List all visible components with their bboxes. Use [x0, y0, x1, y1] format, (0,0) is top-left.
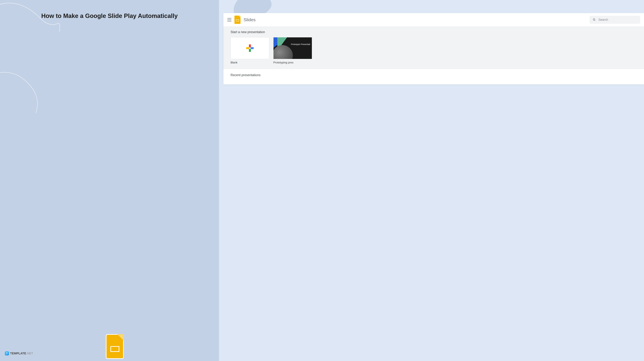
screenshot-panel: Slides Start a new presentation: [219, 0, 644, 361]
svg-line-1: [594, 20, 595, 21]
start-presentation-section: Start a new presentation Blank: [224, 26, 644, 69]
search-bar[interactable]: [590, 16, 640, 24]
templates-row: Blank Prototypin Presentati Prototyping …: [230, 37, 637, 64]
slides-logo-icon: [106, 334, 124, 359]
template-label: Prototyping pres: [273, 61, 312, 64]
template-label: Blank: [230, 61, 269, 64]
app-title: Slides: [244, 17, 256, 22]
app-header: Slides: [224, 13, 644, 26]
blank-thumbnail: [230, 37, 269, 59]
recent-presentations-section: Recent presentations: [224, 69, 644, 84]
tutorial-title-panel: How to Make a Google Slide Play Automati…: [0, 0, 219, 361]
tutorial-title: How to Make a Google Slide Play Automati…: [41, 11, 178, 21]
prototyping-thumbnail: Prototypin Presentati: [273, 37, 312, 59]
brand-logo-text: TEMPLATE.NET: [10, 352, 33, 355]
search-input[interactable]: [598, 18, 637, 22]
recent-heading: Recent presentations: [230, 73, 637, 77]
start-heading: Start a new presentation: [230, 30, 637, 34]
template-card-blank[interactable]: Blank: [230, 37, 269, 64]
proto-thumb-text: Prototypin Presentati: [291, 43, 310, 46]
brand-logo-icon: T: [5, 351, 9, 356]
svg-point-0: [593, 18, 595, 20]
search-icon: [593, 18, 596, 22]
slides-app-icon: [234, 16, 240, 24]
decorative-squiggle: [0, 0, 219, 361]
template-card-prototyping[interactable]: Prototypin Presentati Prototyping pres: [273, 37, 312, 64]
brand-logo: T TEMPLATE.NET: [5, 351, 33, 356]
menu-icon[interactable]: [227, 18, 232, 22]
slides-app-window: Slides Start a new presentation: [224, 13, 644, 84]
plus-icon: [246, 44, 254, 52]
